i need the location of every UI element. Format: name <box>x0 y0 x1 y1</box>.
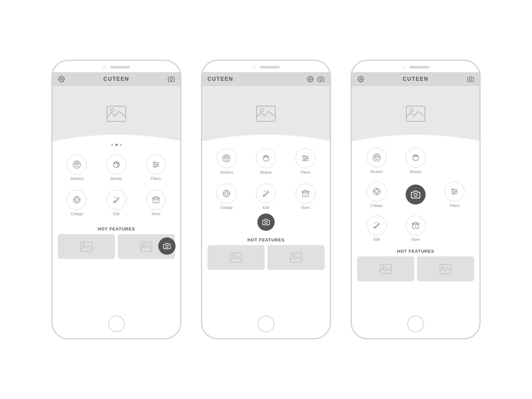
hot-features-title-2: HOT FEATURES <box>207 237 325 242</box>
app-header-2: CUTEEN <box>202 72 330 86</box>
svg-point-6 <box>77 163 79 165</box>
hero-image-placeholder-1 <box>106 105 126 122</box>
svg-point-78 <box>452 189 454 191</box>
hero-image-placeholder-2 <box>256 105 276 122</box>
svg-point-11 <box>153 162 155 164</box>
hero-area-1 <box>53 86 180 141</box>
hot-card-2-1[interactable] <box>207 245 265 270</box>
dot-2[interactable] <box>115 144 118 146</box>
svg-point-59 <box>293 255 295 257</box>
menu-item-beauty-3[interactable]: Beauty <box>396 144 435 178</box>
filters-label-2: Filters <box>301 170 311 174</box>
menu-item-stickers-2[interactable]: Stickers <box>207 144 246 178</box>
hot-card-3-2[interactable] <box>417 256 474 281</box>
menu-item-camera-3[interactable] <box>396 178 435 211</box>
svg-point-13 <box>154 166 156 168</box>
menu-item-beauty-2[interactable]: Beauty <box>247 144 285 178</box>
menu-item-filters-2[interactable]: Filters <box>286 144 325 178</box>
speaker-3 <box>409 66 429 68</box>
hero-image-placeholder-3 <box>406 105 426 122</box>
phone-bottom-3 <box>352 312 479 338</box>
hot-card-1-1[interactable] <box>58 234 115 259</box>
svg-point-69 <box>375 190 378 193</box>
edit-icon-circle-1 <box>106 190 126 210</box>
svg-point-15 <box>75 198 78 201</box>
svg-point-33 <box>260 108 264 112</box>
menu-item-stickers-1[interactable]: Stickers <box>58 151 96 185</box>
svg-point-43 <box>304 160 305 161</box>
edit-icon-circle-2 <box>256 184 276 203</box>
svg-line-21 <box>114 197 115 198</box>
svg-point-28 <box>143 244 145 246</box>
hot-features-2: HOT FEATURES <box>202 234 330 272</box>
hot-features-title-1: HOT FEATURES <box>58 226 175 231</box>
store-label-2: Store <box>301 205 310 209</box>
stickers-label-1: Stickers <box>70 177 83 181</box>
svg-rect-32 <box>257 106 275 121</box>
dots-indicator-1 <box>53 141 180 147</box>
menu-item-filters-1[interactable]: Filters <box>137 151 175 185</box>
menu-item-store-2[interactable]: Store <box>286 180 325 213</box>
phone-top-bar-1 <box>53 61 180 72</box>
home-button-2[interactable] <box>258 316 274 332</box>
svg-point-37 <box>263 155 269 161</box>
svg-point-66 <box>377 156 379 158</box>
svg-point-63 <box>410 108 413 112</box>
menu-item-collage-3[interactable]: Collage <box>357 178 396 211</box>
svg-point-12 <box>156 164 158 166</box>
menu-item-beauty-1[interactable]: Beauty <box>97 151 136 185</box>
menu-item-edit-1[interactable]: Edit <box>97 186 136 220</box>
dot-1[interactable] <box>111 144 113 146</box>
settings-icon-1[interactable] <box>58 75 65 83</box>
beauty-icon-3 <box>406 148 426 168</box>
camera-fab-2[interactable] <box>257 213 275 231</box>
svg-rect-2 <box>107 106 126 121</box>
camera-fab-1[interactable] <box>158 237 176 255</box>
settings-icon-2[interactable] <box>307 75 314 83</box>
home-button-1[interactable] <box>108 316 125 332</box>
menu-item-edit-3[interactable]: Edit <box>357 211 396 245</box>
svg-rect-58 <box>290 253 302 262</box>
menu-item-collage-1[interactable]: Collage <box>58 186 96 220</box>
svg-point-5 <box>75 163 76 165</box>
menu-item-filters-3[interactable]: Filters <box>435 178 474 211</box>
settings-icon-3[interactable] <box>357 75 364 83</box>
filters-icon-circle-1 <box>146 155 166 175</box>
hot-features-cards-2 <box>207 245 325 270</box>
stickers-label-2: Stickers <box>220 170 233 174</box>
svg-point-87 <box>382 266 384 268</box>
speaker-1 <box>110 66 130 68</box>
front-camera-1 <box>103 66 106 69</box>
phone-bottom-1 <box>53 312 180 338</box>
menu-item-collage-2[interactable]: Collage <box>207 180 246 213</box>
hot-card-3-1[interactable] <box>357 256 414 281</box>
camera-header-icon-2[interactable] <box>317 75 325 83</box>
store-icon-circle-2 <box>296 184 316 203</box>
camera-header-icon-3[interactable] <box>467 75 474 83</box>
camera-header-icon-1[interactable] <box>168 75 175 83</box>
svg-rect-86 <box>380 264 391 274</box>
svg-rect-27 <box>141 242 152 251</box>
dot-3[interactable] <box>120 144 122 146</box>
grid-menu-1: Stickers Beauty <box>53 147 180 223</box>
beauty-label-3: Beauty <box>410 170 421 174</box>
svg-point-80 <box>453 193 455 195</box>
collage-label-3: Collage <box>370 203 383 207</box>
edit-label-2: Edit <box>263 205 269 209</box>
svg-rect-62 <box>406 106 425 121</box>
svg-point-31 <box>320 78 322 81</box>
hot-card-2-2[interactable] <box>267 245 325 270</box>
menu-item-store-1[interactable]: Store <box>137 186 175 220</box>
svg-point-30 <box>310 78 311 80</box>
grid-row2-3: Collage <box>352 178 479 211</box>
collage-label-1: Collage <box>71 212 83 216</box>
menu-item-stickers-3[interactable]: Stickers <box>357 144 396 178</box>
beauty-label-1: Beauty <box>111 177 122 181</box>
phone-2: CUTEEN <box>201 60 331 339</box>
beauty-icon-circle-2 <box>256 148 276 168</box>
menu-item-store-3[interactable]: Store <box>396 211 435 245</box>
home-button-3[interactable] <box>407 316 424 332</box>
svg-point-61 <box>469 78 472 81</box>
collage-icon-circle-1 <box>67 190 87 210</box>
menu-item-edit-2[interactable]: Edit <box>247 180 285 213</box>
